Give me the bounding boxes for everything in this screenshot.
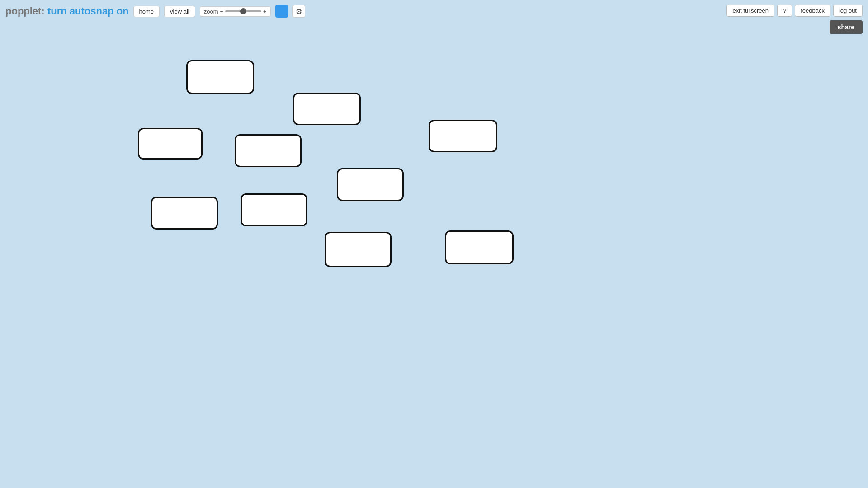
logo-popplet: popplet [5,5,41,17]
zoom-label: zoom [204,8,218,15]
settings-button[interactable]: ⚙ [292,5,305,18]
popple-card[interactable] [445,230,514,264]
logo-title: turn autosnap on [47,5,129,17]
popple-card[interactable] [429,120,497,152]
popple-card[interactable] [293,93,361,125]
home-button[interactable]: home [133,6,160,17]
log-out-button[interactable]: log out [833,5,863,17]
zoom-plus-icon: + [263,8,267,15]
top-right-controls: exit fullscreen ? feedback log out [726,5,863,17]
zoom-controls: zoom − + [200,6,271,17]
zoom-minus-icon: − [220,8,224,15]
gear-icon: ⚙ [296,7,302,16]
help-button[interactable]: ? [777,5,792,17]
zoom-slider[interactable] [225,10,261,12]
popple-card[interactable] [138,128,203,160]
popple-card[interactable] [186,60,254,94]
color-swatch-button[interactable] [275,5,288,18]
logo-colon: : [41,5,44,17]
popple-card[interactable] [235,134,302,167]
popple-card[interactable] [337,168,404,201]
canvas [0,0,868,488]
feedback-button[interactable]: feedback [795,5,830,17]
exit-fullscreen-button[interactable]: exit fullscreen [726,5,774,17]
app-logo: popplet: turn autosnap on [5,5,129,17]
popple-card[interactable] [151,197,218,230]
popple-card[interactable] [325,232,392,267]
popple-card[interactable] [241,193,307,226]
view-all-button[interactable]: view all [164,6,195,17]
